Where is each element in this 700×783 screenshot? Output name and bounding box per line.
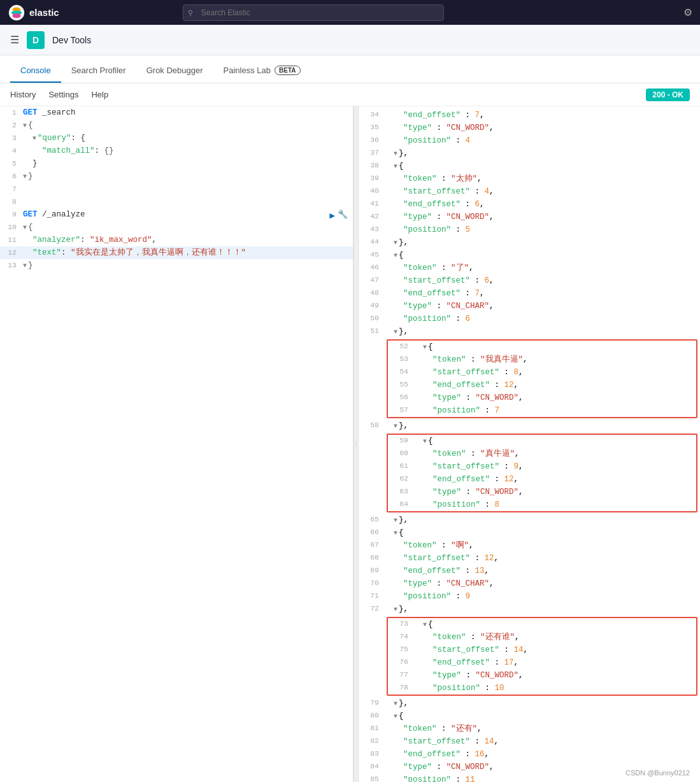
settings-menu-item[interactable]: Settings — [42, 87, 85, 102]
elastic-logo[interactable]: elastic — [8, 4, 59, 22]
editor-line-12: 12 "text": "我实在是太帅了，我真牛逼啊，还有谁！！！" — [0, 246, 353, 259]
collapse-arrow[interactable]: ▼ — [394, 163, 397, 170]
output-line-49: 49 "type" : "CN_CHAR", — [359, 300, 700, 313]
output-line-59: 59 ▼{ — [388, 435, 696, 448]
collapse-arrow[interactable]: ▼ — [394, 239, 397, 246]
output-line-56: 56 "type" : "CN_WORD", — [388, 392, 696, 404]
dev-tools-label: Dev Tools — [52, 35, 91, 45]
output-line-77: 77 "type" : "CN_WORD", — [388, 669, 696, 682]
output-line-52: 52 ▼{ — [388, 341, 696, 353]
output-line-64: 64 "position" : 8 — [388, 498, 696, 511]
editor-line-9: 9 GET /_analyze ▶ 🔧 — [0, 208, 353, 221]
editor-line-13: 13 ▼} — [0, 259, 353, 272]
output-line-50: 50 "position" : 6 — [359, 313, 700, 325]
beta-badge: BETA — [275, 66, 300, 75]
editor-pane[interactable]: 1 GET _search 2 ▼{ 3 ▼"query": { 4 "matc… — [0, 106, 354, 782]
output-line-37: 37 ▼}, — [359, 147, 700, 160]
settings-icon[interactable]: ⚙ — [683, 6, 692, 18]
collapse-arrow[interactable]: ▼ — [23, 262, 27, 269]
collapse-arrow[interactable]: ▼ — [23, 122, 27, 129]
editor-line-1: 1 GET _search — [0, 106, 353, 119]
collapse-arrow[interactable]: ▼ — [394, 423, 397, 430]
watermark: CSDN @Bunny0212 — [625, 769, 690, 777]
tab-painless-lab[interactable]: Painless Lab BETA — [213, 59, 311, 83]
collapse-arrow[interactable]: ▼ — [23, 173, 27, 180]
tab-search-profiler[interactable]: Search Profiler — [61, 59, 136, 83]
collapse-arrow[interactable]: ▼ — [394, 517, 397, 524]
output-line-35: 35 "type" : "CN_WORD", — [359, 122, 700, 134]
output-line-36: 36 "position" : 4 — [359, 134, 700, 147]
output-line-58: 58 ▼}, — [359, 420, 700, 432]
tab-console[interactable]: Console — [10, 59, 61, 83]
output-line-69: 69 "end_offset" : 13, — [359, 565, 700, 577]
output-line-61: 61 "start_offset" : 9, — [388, 460, 696, 473]
editor-line-2: 2 ▼{ — [0, 119, 353, 132]
output-line-80: 80 ▼{ — [359, 710, 700, 723]
collapse-arrow[interactable]: ▼ — [23, 224, 27, 231]
status-badge: 200 - OK — [646, 88, 690, 101]
output-line-67: 67 "token" : "啊", — [359, 539, 700, 552]
collapse-arrow[interactable]: ▼ — [423, 621, 427, 628]
editor-line-5: 5 } — [0, 157, 353, 170]
wrench-icon[interactable]: 🔧 — [338, 209, 348, 223]
output-line-66: 66 ▼{ — [359, 526, 700, 539]
output-line-44: 44 ▼}, — [359, 236, 700, 249]
output-line-43: 43 "position" : 5 — [359, 223, 700, 236]
highlight-box-1: 52 ▼{ 53 "token" : "我真牛逼", 54 "start_off… — [387, 339, 697, 418]
help-menu-item[interactable]: Help — [85, 87, 115, 102]
editor-line-10: 10 ▼{ — [0, 221, 353, 234]
run-button[interactable]: ▶ — [330, 209, 335, 223]
output-pane[interactable]: 34 "end_offset" : 7, 35 "type" : "CN_WOR… — [359, 106, 700, 782]
output-line-38: 38 ▼{ — [359, 160, 700, 173]
highlight-box-3: 73 ▼{ 74 "token" : "还有谁", 75 "start_offs… — [387, 617, 697, 696]
output-line-54: 54 "start_offset" : 8, — [388, 366, 696, 379]
search-input[interactable] — [183, 4, 444, 21]
collapse-arrow[interactable]: ▼ — [423, 344, 427, 351]
collapse-arrow[interactable]: ▼ — [423, 438, 427, 445]
elastic-logo-text: elastic — [29, 7, 59, 18]
output-line-42: 42 "type" : "CN_WORD", — [359, 211, 700, 223]
output-line-40: 40 "start_offset" : 4, — [359, 185, 700, 198]
output-line-41: 41 "end_offset" : 6, — [359, 198, 700, 211]
editor-line-8: 8 — [0, 195, 353, 208]
output-line-83: 83 "end_offset" : 16, — [359, 748, 700, 761]
output-line-47: 47 "start_offset" : 6, — [359, 274, 700, 287]
output-line-71: 71 "position" : 9 — [359, 590, 700, 603]
output-line-55: 55 "end_offset" : 12, — [388, 379, 696, 392]
output-line-81: 81 "token" : "还有", — [359, 723, 700, 735]
output-line-51: 51 ▼}, — [359, 325, 700, 338]
collapse-arrow[interactable]: ▼ — [394, 700, 397, 707]
output-line-48: 48 "end_offset" : 7, — [359, 287, 700, 300]
main-content: 1 GET _search 2 ▼{ 3 ▼"query": { 4 "matc… — [0, 106, 700, 782]
secondary-nav: ☰ D Dev Tools — [0, 25, 700, 55]
output-line-78: 78 "position" : 10 — [388, 682, 696, 695]
history-menu-item[interactable]: History — [10, 87, 42, 102]
collapse-arrow[interactable]: ▼ — [32, 135, 36, 142]
output-content: 34 "end_offset" : 7, 35 "type" : "CN_WOR… — [359, 106, 700, 782]
hamburger-menu[interactable]: ☰ — [10, 34, 19, 46]
output-line-57: 57 "position" : 7 — [388, 404, 696, 417]
output-line-62: 62 "end_offset" : 12, — [388, 473, 696, 486]
tabs-bar: Console Search Profiler Grok Debugger Pa… — [0, 55, 700, 83]
output-line-75: 75 "start_offset" : 14, — [388, 644, 696, 656]
output-line-60: 60 "token" : "真牛逼", — [388, 448, 696, 460]
collapse-arrow[interactable]: ▼ — [394, 713, 397, 720]
resize-handle[interactable]: ⋮ — [354, 106, 359, 782]
top-bar-right: ⚙ — [683, 6, 692, 18]
svg-point-3 — [12, 13, 20, 17]
editor-line-6: 6 ▼} — [0, 170, 353, 183]
breadcrumb-d: D — [27, 31, 45, 49]
output-line-79: 79 ▼}, — [359, 697, 700, 710]
collapse-arrow[interactable]: ▼ — [394, 606, 397, 613]
collapse-arrow[interactable]: ▼ — [394, 328, 397, 335]
sub-menu: History Settings Help 200 - OK — [0, 83, 700, 106]
editor-line-7: 7 — [0, 183, 353, 195]
search-icon: ⚲ — [188, 8, 193, 17]
output-line-39: 39 "token" : "太帅", — [359, 173, 700, 185]
collapse-arrow[interactable]: ▼ — [394, 252, 397, 259]
editor-line-11: 11 "analyzer": "ik_max_word", — [0, 234, 353, 246]
collapse-arrow[interactable]: ▼ — [394, 150, 397, 157]
collapse-arrow[interactable]: ▼ — [394, 530, 397, 537]
tab-grok-debugger[interactable]: Grok Debugger — [136, 59, 213, 83]
top-bar: elastic ⚲ ⚙ — [0, 0, 700, 25]
